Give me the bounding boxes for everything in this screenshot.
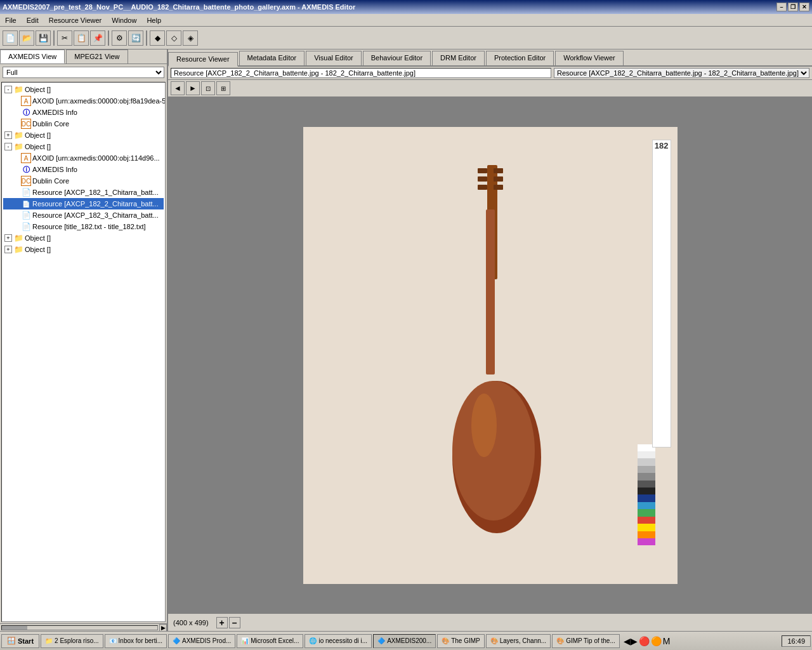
toolbar-copy[interactable]: 📋 xyxy=(74,30,89,46)
tab-drm-editor[interactable]: DRM Editor xyxy=(432,51,485,65)
taskbar-item-8[interactable]: 🎨 GIMP Tip of the... xyxy=(552,634,620,648)
expand-1[interactable]: - xyxy=(4,86,12,93)
resource-dropdown[interactable]: Resource [AXCP_182_2_Chitarra_battente.j… xyxy=(554,68,809,78)
taskbar-item-1[interactable]: 📧 Inbox for berti... xyxy=(105,634,167,648)
zoom-out-button[interactable]: – xyxy=(229,617,240,628)
resource-icon-3: 📄 xyxy=(21,210,31,220)
tree-axoid-1[interactable]: A AXOID [urn:axmedis:00000:obj:f8a19dea-… xyxy=(3,95,164,107)
taskbar-label-3: Microsoft Excel... xyxy=(251,637,299,644)
axoid-icon-3: A xyxy=(21,153,31,163)
nav-back-button[interactable]: ◄ xyxy=(171,81,185,95)
toolbar-refresh[interactable]: 🔄 xyxy=(128,30,143,46)
expand-5[interactable]: + xyxy=(4,246,12,253)
close-button[interactable]: ✕ xyxy=(799,3,809,11)
start-button[interactable]: 🪟 Start xyxy=(1,634,39,648)
tree-axoid-3[interactable]: A AXOID [urn:axmedis:00000:obj:114d96... xyxy=(3,152,164,164)
tab-mpeg21-view[interactable]: MPEG21 View xyxy=(66,50,128,63)
taskbar-label-5: AXMEDIS200... xyxy=(387,637,431,644)
tab-behaviour-editor[interactable]: Behaviour Editor xyxy=(363,51,431,65)
taskbar-icon-6: 🎨 xyxy=(442,637,449,644)
folder-icon-5: 📁 xyxy=(13,244,23,255)
title-bar: AXMEDIS2007_pre_test_28_Nov_PC__AUDIO_18… xyxy=(0,0,812,14)
tab-axmedis-view[interactable]: AXMEDIS View xyxy=(0,50,65,63)
tree-label-resource-title: Resource [title_182.txt - title_182.txt] xyxy=(32,223,146,230)
tree-label-info-3: AXMEDIS Info xyxy=(32,166,77,173)
tab-workflow-viewer[interactable]: Workflow Viewer xyxy=(555,51,624,65)
resource-bar: Resource [AXCP_182_2_Chitarra_battente.j… xyxy=(168,67,812,80)
toolbar-cut[interactable]: ✂ xyxy=(57,30,72,46)
expand-4[interactable]: + xyxy=(4,234,12,242)
tab-visual-editor[interactable]: Visual Editor xyxy=(306,51,362,65)
tab-metadata-editor[interactable]: Metadata Editor xyxy=(239,51,305,65)
main-area: AXMEDIS View MPEG21 View Full Compact - … xyxy=(0,50,812,631)
tab-resource-viewer[interactable]: Resource Viewer xyxy=(168,52,238,67)
taskbar-item-3[interactable]: 📊 Microsoft Excel... xyxy=(237,634,303,648)
taskbar-item-5[interactable]: 🔷 AXMEDIS200... xyxy=(373,634,436,648)
zoom-in-button[interactable]: + xyxy=(216,617,228,628)
nav-forward-button[interactable]: ► xyxy=(186,81,200,95)
taskbar-icon-4: 🌐 xyxy=(309,637,317,644)
resource-icon-1: 📄 xyxy=(21,187,31,197)
tree-resource-2[interactable]: 📄 Resource [AXCP_182_2_Chitarra_batt... xyxy=(3,198,164,209)
toolbar-btn-extra3[interactable]: ◈ xyxy=(183,30,198,46)
menu-help[interactable]: Help xyxy=(144,15,164,25)
color-calibration-chart xyxy=(638,444,655,546)
tree-root-object-4[interactable]: + 📁 Object [] xyxy=(3,232,164,244)
expand-2[interactable]: + xyxy=(4,131,12,139)
taskbar-icon-0: 📁 xyxy=(45,637,53,644)
taskbar-item-6[interactable]: 🎨 The GIMP xyxy=(437,634,485,648)
tree-resource-1[interactable]: 📄 Resource [AXCP_182_1_Chitarra_batt... xyxy=(3,187,164,198)
toolbar-btn-extra2[interactable]: ◇ xyxy=(166,30,181,46)
svg-point-9 xyxy=(452,381,535,521)
tab-protection-editor[interactable]: Protection Editor xyxy=(486,51,554,65)
taskbar-item-4[interactable]: 🌐 io necessito di i... xyxy=(304,634,372,648)
tree-dc-3[interactable]: DC Dublin Core xyxy=(3,175,164,187)
toolbar-paste[interactable]: 📌 xyxy=(90,30,105,46)
horizontal-scrollbar[interactable]: ▶ xyxy=(0,623,167,631)
tree-root-object-5[interactable]: + 📁 Object [] xyxy=(3,244,164,255)
view-select[interactable]: Full Compact xyxy=(3,67,164,78)
toolbar-settings[interactable]: ⚙ xyxy=(112,30,127,46)
tray-icon-3: 🟠 xyxy=(651,636,662,646)
taskbar-item-7[interactable]: 🎨 Layers, Chann... xyxy=(486,634,551,648)
tray-icon-2: 🔴 xyxy=(639,636,650,646)
tree-dc-1[interactable]: DC Dublin Core xyxy=(3,118,164,129)
tree-root-object-3[interactable]: - 📁 Object [] xyxy=(3,141,164,152)
view-dropdown: Full Compact xyxy=(3,67,164,78)
fit-button[interactable]: ⊡ xyxy=(201,81,215,95)
minimize-button[interactable]: – xyxy=(776,3,787,11)
toolbar-save[interactable]: 💾 xyxy=(36,30,51,46)
menu-file[interactable]: File xyxy=(3,15,19,25)
restore-button[interactable]: ❐ xyxy=(788,3,798,11)
svg-rect-5 xyxy=(494,176,503,182)
toolbar-btn-extra1[interactable]: ◆ xyxy=(150,30,165,46)
toolbar-open[interactable]: 📂 xyxy=(19,30,34,46)
scroll-right[interactable]: ▶ xyxy=(159,624,167,632)
toolbar-new[interactable]: 📄 xyxy=(3,30,18,46)
taskbar-item-0[interactable]: 📁 2 Esplora riso... xyxy=(41,634,103,648)
expand-3[interactable]: - xyxy=(4,143,12,150)
left-tabs: AXMEDIS View MPEG21 View xyxy=(0,50,167,64)
tree-view[interactable]: - 📁 Object [] A AXOID [urn:axmedis:00000… xyxy=(1,82,166,622)
svg-rect-3 xyxy=(478,185,487,190)
folder-icon-1: 📁 xyxy=(13,84,23,95)
actual-size-button[interactable]: ⊞ xyxy=(216,81,230,95)
tree-root-object-2[interactable]: + 📁 Object [] xyxy=(3,129,164,141)
tree-info-3[interactable]: ⓘ AXMEDIS Info xyxy=(3,164,164,175)
menu-window[interactable]: Window xyxy=(109,15,139,25)
taskbar-label-2: AXMEDIS Prod... xyxy=(182,637,231,644)
taskbar-item-2[interactable]: 🔷 AXMEDIS Prod... xyxy=(168,634,235,648)
tree-label-resource-2: Resource [AXCP_182_2_Chitarra_batt... xyxy=(32,200,159,208)
tree-root-object-1[interactable]: - 📁 Object [] xyxy=(3,84,164,95)
svg-rect-4 xyxy=(494,168,503,173)
menu-resource-viewer[interactable]: Resource Viewer xyxy=(46,15,105,25)
taskbar-label-8: GIMP Tip of the... xyxy=(566,637,615,644)
taskbar-icon-7: 🎨 xyxy=(490,637,498,644)
tree-resource-3[interactable]: 📄 Resource [AXCP_182_3_Chitarra_batt... xyxy=(3,209,164,221)
tree-resource-title[interactable]: 📄 Resource [title_182.txt - title_182.tx… xyxy=(3,221,164,232)
tree-label-axoid-1: AXOID [urn:axmedis:00000:obj:f8a19dea-5.… xyxy=(32,97,166,105)
tray-icon-1: ◀▶ xyxy=(624,636,638,646)
toolbar-separator-2 xyxy=(108,30,109,46)
menu-edit[interactable]: Edit xyxy=(24,15,41,25)
tree-info-1[interactable]: ⓘ AXMEDIS Info xyxy=(3,107,164,118)
